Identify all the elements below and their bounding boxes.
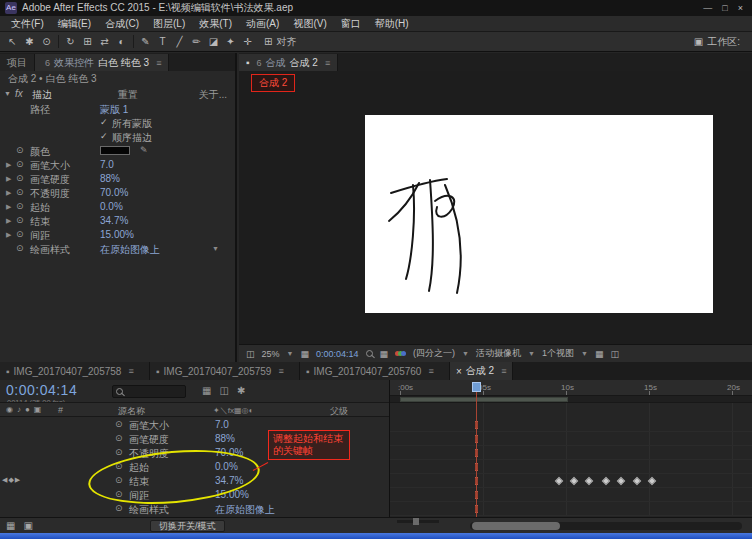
clone-stamp-tool-icon[interactable]: ✏ xyxy=(188,33,205,51)
menu-view[interactable]: 视图(V) xyxy=(286,17,333,31)
expand-icon[interactable]: ▶ xyxy=(6,175,11,183)
mask-dropdown[interactable]: 蒙版 1 xyxy=(100,103,128,117)
dropdown-arrow-icon[interactable]: ▼ xyxy=(581,350,588,357)
composition-viewer[interactable]: 合成 2 xyxy=(239,71,752,344)
expand-icon[interactable]: ▶ xyxy=(6,217,11,225)
menu-layer[interactable]: 图层(L) xyxy=(146,17,192,31)
dolly-camera-tool-icon[interactable]: ⇄ xyxy=(96,33,113,51)
stopwatch-icon[interactable]: ⊙ xyxy=(115,475,123,485)
source-name-column[interactable]: 源名称 xyxy=(118,405,145,418)
eyedropper-icon[interactable]: ✎ xyxy=(140,145,148,155)
tab-project[interactable]: 项目 xyxy=(0,54,35,71)
puppet-pin-tool-icon[interactable]: ✛ xyxy=(239,33,256,51)
dropdown-arrow-icon[interactable]: ▼ xyxy=(528,350,535,357)
property-value[interactable]: 34.7% xyxy=(215,475,243,486)
property-value[interactable]: 88% xyxy=(215,433,235,444)
grid-options-icon[interactable]: ▦ xyxy=(300,349,309,359)
stopwatch-icon[interactable]: ⊙ xyxy=(115,433,123,443)
panel-menu-icon[interactable]: ≡ xyxy=(325,58,330,68)
expand-icon[interactable]: ▶ xyxy=(6,203,11,211)
zoom-tool-icon[interactable]: ⊙ xyxy=(38,33,55,51)
stopwatch-icon[interactable]: ⊙ xyxy=(16,243,24,253)
comp-timecode[interactable]: 0:00:04:14 xyxy=(316,349,359,359)
pan-camera-tool-icon[interactable]: ⊞ xyxy=(79,33,96,51)
text-tool-icon[interactable]: T xyxy=(154,33,171,51)
audio-column-icon[interactable]: ♪ xyxy=(17,405,25,414)
keyframe-diamond[interactable] xyxy=(633,477,641,485)
timeline-tab-comp2[interactable]: × 合成 2 ≡ xyxy=(450,362,513,380)
property-value[interactable]: 7.0 xyxy=(100,159,114,170)
stopwatch-icon[interactable]: ⊙ xyxy=(115,447,123,457)
expand-layers-icon[interactable]: ▦ xyxy=(6,520,15,531)
keyframe-diamond[interactable] xyxy=(617,477,625,485)
about-link[interactable]: 关于... xyxy=(199,88,227,102)
keyframe-diamond[interactable] xyxy=(585,477,593,485)
tab-effect-controls[interactable]: 6 效果控件 白色 纯色 3 ≡ xyxy=(35,54,169,71)
maximize-button[interactable]: □ xyxy=(722,3,727,13)
dropdown-arrow-icon[interactable]: ▼ xyxy=(287,350,294,357)
snapshot-icon[interactable]: ◫ xyxy=(246,349,255,359)
collapse-icon[interactable]: ▼ xyxy=(4,90,11,97)
property-value[interactable]: 70.0% xyxy=(100,187,128,198)
panel-menu-icon[interactable]: ≡ xyxy=(501,366,506,376)
solo-column-icon[interactable]: ● xyxy=(25,405,34,414)
reset-link[interactable]: 重置 xyxy=(118,88,138,102)
stopwatch-icon[interactable]: ⊙ xyxy=(115,461,123,471)
view-layout-value[interactable]: 1个视图 xyxy=(542,347,574,360)
property-value[interactable]: 0.0% xyxy=(100,201,123,212)
paint-style-dropdown[interactable]: 在原始图像上 xyxy=(100,243,160,257)
hand-tool-icon[interactable]: ✱ xyxy=(21,33,38,51)
menu-help[interactable]: 帮助(H) xyxy=(368,17,416,31)
region-of-interest-icon[interactable] xyxy=(366,350,373,357)
stopwatch-icon[interactable]: ⊙ xyxy=(16,145,24,155)
stopwatch-icon[interactable]: ⊙ xyxy=(115,419,123,429)
magnification-value[interactable]: 25% xyxy=(262,349,280,359)
camera-value[interactable]: 活动摄像机 xyxy=(476,347,521,360)
timeline-tab-img1[interactable]: ▪ IMG_20170407_205758 ≡ xyxy=(0,362,150,380)
stopwatch-icon[interactable]: ⊙ xyxy=(16,215,24,225)
stopwatch-icon[interactable]: ⊙ xyxy=(16,173,24,183)
dropdown-arrow-icon[interactable]: ▼ xyxy=(212,245,219,252)
eraser-tool-icon[interactable]: ◪ xyxy=(205,33,222,51)
zoom-slider[interactable] xyxy=(397,520,439,523)
resolution-value[interactable]: (四分之一) xyxy=(413,347,455,360)
panel-menu-icon[interactable]: ≡ xyxy=(156,58,161,68)
channel-icon[interactable] xyxy=(395,351,406,356)
video-column-icon[interactable]: ◉ xyxy=(6,405,17,414)
brush-tool-icon[interactable]: ╱ xyxy=(171,33,188,51)
checkbox-checked-icon[interactable]: ✓ xyxy=(100,131,108,141)
property-value[interactable]: 0.0% xyxy=(215,461,238,472)
panel-menu-icon[interactable]: ≡ xyxy=(278,366,283,376)
align-label[interactable]: 对齐 xyxy=(276,35,296,49)
stopwatch-icon[interactable]: ⊙ xyxy=(16,201,24,211)
menu-window[interactable]: 窗口 xyxy=(334,17,368,31)
menu-effect[interactable]: 效果(T) xyxy=(192,17,239,31)
keyframe-diamond[interactable] xyxy=(602,477,610,485)
zoom-slider-thumb[interactable] xyxy=(413,518,419,525)
parent-column[interactable]: 父级 xyxy=(330,405,348,418)
workspace-label[interactable]: 工作区: xyxy=(707,35,740,49)
next-keyframe-icon[interactable]: ▶ xyxy=(15,476,21,483)
keyframe-diamond[interactable] xyxy=(648,477,656,485)
panel-menu-icon[interactable]: ≡ xyxy=(128,366,133,376)
timeline-button-icon[interactable]: ◫ xyxy=(610,349,619,359)
composition-canvas[interactable] xyxy=(365,115,713,313)
property-value[interactable]: 70.0% xyxy=(215,447,243,458)
draft-3d-icon[interactable]: ◫ xyxy=(219,385,228,396)
stopwatch-icon[interactable]: ⊙ xyxy=(16,159,24,169)
timeline-zoom-control[interactable] xyxy=(394,520,442,523)
timeline-horizontal-scrollbar[interactable] xyxy=(470,522,742,530)
fx-badge-icon[interactable]: fx xyxy=(15,88,23,99)
property-value[interactable]: 在原始图像上 xyxy=(215,503,275,517)
expand-icon[interactable]: ▶ xyxy=(6,161,11,169)
timeline-search-input[interactable] xyxy=(112,385,186,398)
tab-composition[interactable]: ▪ 6 合成 合成 2 ≡ xyxy=(239,54,338,71)
lock-column-icon[interactable]: ▣ xyxy=(34,405,46,414)
property-value[interactable]: 34.7% xyxy=(100,215,128,226)
stopwatch-icon[interactable]: ⊙ xyxy=(115,489,123,499)
frame-blend-icon[interactable]: ▣ xyxy=(23,520,32,531)
timeline-tab-img3[interactable]: ▪ IMG_20170407_205760 ≡ xyxy=(300,362,450,380)
selection-tool-icon[interactable]: ↖ xyxy=(4,33,21,51)
minimize-button[interactable]: — xyxy=(703,3,712,13)
menu-composition[interactable]: 合成(C) xyxy=(98,17,146,31)
